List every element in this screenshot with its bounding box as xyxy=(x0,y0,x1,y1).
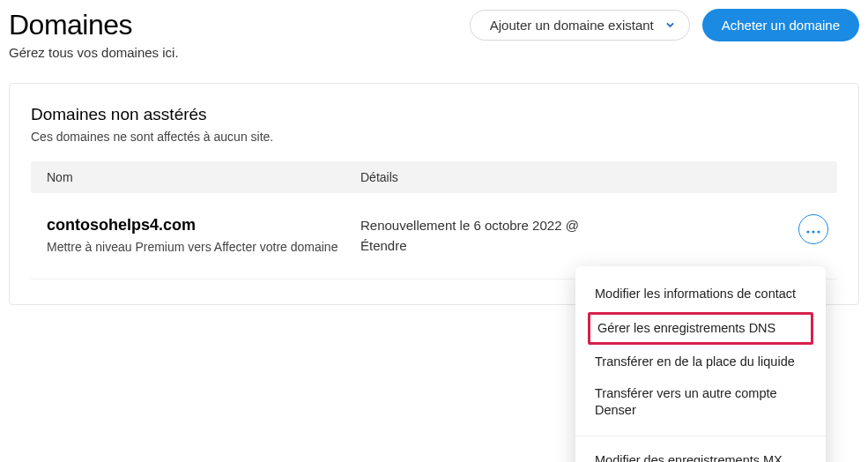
menu-item-transfer-account-l1: Transférer vers un autre compte xyxy=(595,386,777,400)
menu-item-transfer-account[interactable]: Transférer vers un autre compte Denser xyxy=(575,378,826,427)
section-subtitle: Ces domaines ne sont affectés à aucun si… xyxy=(31,130,837,144)
ellipsis-icon xyxy=(806,223,820,236)
more-actions-button[interactable] xyxy=(798,214,828,244)
menu-item-edit-mx[interactable]: Modifier des enregistrements MX xyxy=(575,445,826,462)
svg-point-1 xyxy=(812,230,814,233)
svg-point-0 xyxy=(806,230,809,233)
page-title: Domaines xyxy=(9,9,132,41)
add-existing-domain-label: Ajouter un domaine existant xyxy=(490,18,654,33)
renewal-text: Renouvellement le 6 octobre 2022 @ xyxy=(360,218,579,233)
menu-item-manage-dns[interactable]: Gérer les enregistrements DNS xyxy=(588,312,813,346)
table-header: Nom Détails xyxy=(31,161,837,193)
svg-point-2 xyxy=(817,230,820,233)
menu-separator xyxy=(575,436,826,436)
menu-item-transfer-instead[interactable]: Transférer en de la place du liquide xyxy=(575,346,826,378)
section-title: Domaines non asstérés xyxy=(31,105,837,124)
extend-link[interactable]: Étendre xyxy=(360,238,407,253)
page-subtitle: Gérez tous vos domaines ici. xyxy=(9,45,859,60)
menu-item-transfer-account-l2: Denser xyxy=(595,403,636,417)
header-actions: Ajouter un domaine existant Acheter un d… xyxy=(470,9,859,41)
chevron-down-icon xyxy=(665,17,675,32)
column-header-details: Détails xyxy=(360,170,821,184)
buy-domain-button[interactable]: Acheter un domaine xyxy=(702,9,859,41)
menu-item-edit-contact[interactable]: Modifier les informations de contact xyxy=(575,279,826,310)
context-menu: Modifier les informations de contact Gér… xyxy=(575,266,826,462)
domain-subtext[interactable]: Mettre à niveau Premium vers Affecter vo… xyxy=(47,240,360,254)
add-existing-domain-button[interactable]: Ajouter un domaine existant xyxy=(470,10,690,41)
column-header-name: Nom xyxy=(47,170,360,184)
domain-name[interactable]: contosohelps4.com xyxy=(47,216,360,235)
